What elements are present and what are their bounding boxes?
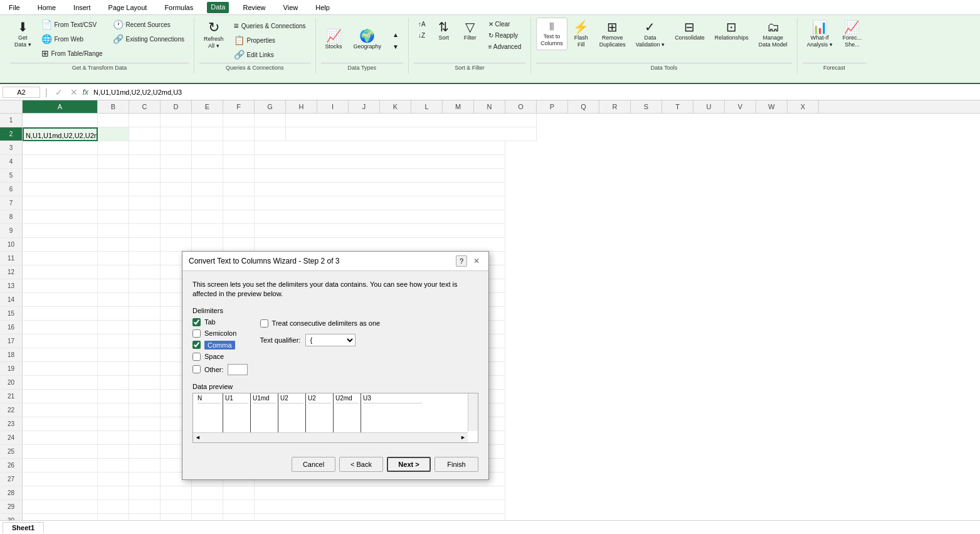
- cell-C28[interactable]: [129, 486, 161, 500]
- cell-A24[interactable]: [23, 431, 98, 445]
- cell-C18[interactable]: [129, 348, 161, 362]
- cell-B14[interactable]: [98, 293, 129, 307]
- relationships-button[interactable]: ⊡ Relationships: [710, 18, 753, 45]
- cell-A1[interactable]: [23, 114, 98, 127]
- cell-C23[interactable]: [129, 417, 161, 431]
- cell-D6[interactable]: [161, 183, 192, 196]
- flash-fill-button[interactable]: ⚡ FlashFill: [569, 18, 594, 51]
- cell-B26[interactable]: [98, 459, 129, 473]
- cell-C29[interactable]: [129, 500, 161, 514]
- cell-E1[interactable]: [192, 114, 223, 127]
- cell-B9[interactable]: [98, 224, 129, 238]
- col-header-I[interactable]: I: [317, 100, 349, 113]
- cell-A19[interactable]: [23, 362, 98, 376]
- cell-G4-ext[interactable]: [255, 155, 505, 169]
- back-button[interactable]: < Back: [339, 457, 383, 472]
- cell-A27[interactable]: [23, 473, 98, 486]
- cell-C22[interactable]: [129, 403, 161, 417]
- cell-C25[interactable]: [129, 445, 161, 459]
- col-header-H[interactable]: H: [286, 100, 317, 113]
- cell-G7-ext[interactable]: [255, 196, 505, 210]
- menu-insert[interactable]: Insert: [70, 3, 95, 13]
- datatype-up-button[interactable]: ▲: [388, 29, 403, 40]
- col-header-T[interactable]: T: [662, 100, 693, 113]
- cell-C12[interactable]: [129, 265, 161, 279]
- cell-B1[interactable]: [98, 114, 129, 127]
- stocks-button[interactable]: 📈 Stocks: [321, 26, 347, 53]
- menu-formulas[interactable]: Formulas: [161, 3, 197, 13]
- advanced-button[interactable]: ≡ Advanced: [484, 41, 526, 52]
- cell-D8[interactable]: [161, 210, 192, 224]
- cell-B20[interactable]: [98, 376, 129, 390]
- cell-A29[interactable]: [23, 500, 98, 514]
- cell-F4[interactable]: [223, 155, 255, 169]
- menu-view[interactable]: View: [280, 3, 302, 13]
- cell-A2[interactable]: N,U1,U1md,U2,U2,U2md,U3: [23, 127, 98, 141]
- cell-C11[interactable]: [129, 252, 161, 265]
- what-if-button[interactable]: 📊 What-IfAnalysis ▾: [803, 18, 837, 51]
- data-validation-button[interactable]: ✓ DataValidation ▾: [631, 18, 669, 51]
- scroll-right-arrow[interactable]: ►: [458, 434, 468, 441]
- cell-F1[interactable]: [223, 114, 255, 127]
- space-checkbox[interactable]: [192, 353, 201, 361]
- cell-B29[interactable]: [98, 500, 129, 514]
- cell-A22[interactable]: [23, 403, 98, 417]
- cell-C27[interactable]: [129, 473, 161, 486]
- cell-B3[interactable]: [98, 141, 129, 155]
- cell-C1[interactable]: [129, 114, 161, 127]
- cell-C6[interactable]: [129, 183, 161, 196]
- col-header-E[interactable]: E: [192, 100, 223, 113]
- cell-B12[interactable]: [98, 265, 129, 279]
- cell-A13[interactable]: [23, 279, 98, 293]
- consolidate-button[interactable]: ⊟ Consolidate: [670, 18, 709, 45]
- reapply-button[interactable]: ↻ Reapply: [484, 30, 526, 41]
- cell-F3[interactable]: [223, 141, 255, 155]
- cell-B23[interactable]: [98, 417, 129, 431]
- cell-D7[interactable]: [161, 196, 192, 210]
- cell-B8[interactable]: [98, 210, 129, 224]
- cell-B2[interactable]: [98, 127, 129, 141]
- cell-E5[interactable]: [192, 169, 223, 183]
- refresh-all-button[interactable]: ↻ RefreshAll ▾: [199, 18, 228, 53]
- cell-E9[interactable]: [192, 224, 223, 238]
- cell-G2[interactable]: [255, 127, 286, 141]
- existing-connections-button[interactable]: 🔗 Existing Connections: [108, 32, 189, 46]
- cell-A17[interactable]: [23, 334, 98, 348]
- col-header-R[interactable]: R: [599, 100, 631, 113]
- datatype-down-button[interactable]: ▼: [388, 41, 403, 52]
- text-to-columns-button[interactable]: ⫴ Text toColumns: [536, 18, 567, 50]
- cell-D5[interactable]: [161, 169, 192, 183]
- sort-za-button[interactable]: ↓Z: [414, 30, 430, 41]
- col-header-L[interactable]: L: [411, 100, 443, 113]
- cell-B16[interactable]: [98, 321, 129, 334]
- cell-F8[interactable]: [223, 210, 255, 224]
- cell-B19[interactable]: [98, 362, 129, 376]
- edit-links-button[interactable]: 🔗 Edit Links: [229, 48, 310, 61]
- cell-E6[interactable]: [192, 183, 223, 196]
- cell-A26[interactable]: [23, 459, 98, 473]
- cell-F10[interactable]: [223, 238, 255, 252]
- col-header-J[interactable]: J: [349, 100, 380, 113]
- cell-F2[interactable]: [223, 127, 255, 141]
- menu-data[interactable]: Data: [207, 2, 229, 13]
- preview-scrollbar-vertical[interactable]: [468, 393, 478, 431]
- cell-F9[interactable]: [223, 224, 255, 238]
- cell-G8-ext[interactable]: [255, 210, 505, 224]
- cell-B25[interactable]: [98, 445, 129, 459]
- cell-A14[interactable]: [23, 293, 98, 307]
- cell-B11[interactable]: [98, 252, 129, 265]
- col-header-V[interactable]: V: [725, 100, 756, 113]
- cell-A10[interactable]: [23, 238, 98, 252]
- cell-B27[interactable]: [98, 473, 129, 486]
- remove-duplicates-button[interactable]: ⊞ RemoveDuplicates: [595, 18, 630, 51]
- dialog-close-button[interactable]: ✕: [471, 255, 482, 267]
- cell-A7[interactable]: [23, 196, 98, 210]
- col-header-D[interactable]: D: [161, 100, 192, 113]
- cell-D1[interactable]: [161, 114, 192, 127]
- cell-B24[interactable]: [98, 431, 129, 445]
- cell-B6[interactable]: [98, 183, 129, 196]
- cell-D28[interactable]: [161, 486, 192, 500]
- cell-E29[interactable]: [192, 500, 223, 514]
- cell-D2[interactable]: [161, 127, 192, 141]
- cell-G5-ext[interactable]: [255, 169, 505, 183]
